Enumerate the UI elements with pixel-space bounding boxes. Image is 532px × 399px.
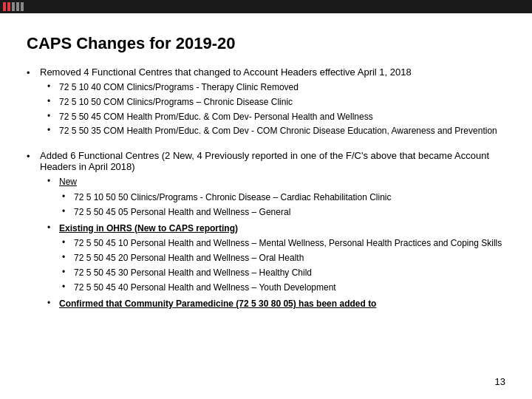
- new-section: • New • 72 5 10 50 50 Clinics/Programs -…: [47, 176, 505, 218]
- list-item: • 72 5 50 45 40 Personal Health and Well…: [62, 282, 505, 294]
- existing-sublist: • 72 5 50 45 10 Personal Health and Well…: [62, 237, 505, 293]
- sub-text: 72 5 10 40 COM Clinics/Programs - Therap…: [59, 81, 299, 94]
- bullet-1-content: Removed 4 Functional Centres that change…: [40, 66, 505, 140]
- sub-sub-text: 72 5 50 45 05 Personal Health and Wellne…: [74, 206, 290, 219]
- sub-sub-bullet: •: [62, 267, 74, 277]
- bullet-2-content: Added 6 Functional Centres (2 New, 4 Pre…: [40, 150, 505, 312]
- stripe-5: [21, 2, 24, 11]
- sub-bullet: •: [47, 222, 59, 233]
- top-bar-stripes: [3, 2, 24, 11]
- list-item: • 72 5 10 50 50 Clinics/Programs - Chron…: [62, 191, 505, 204]
- confirmed-label: Confirmed that Community Paramedicine (7…: [59, 298, 376, 310]
- bullet-1-dot: •: [27, 67, 40, 78]
- confirmed-section: • Confirmed that Community Paramedicine …: [47, 298, 505, 310]
- sub-text: 72 5 50 35 COM Health Prom/Educ. & Com D…: [59, 125, 497, 137]
- stripe-3: [12, 2, 15, 11]
- sub-bullet: •: [47, 96, 59, 106]
- confirmed-header: • Confirmed that Community Paramedicine …: [47, 298, 505, 310]
- bullet-1-sublist: • 72 5 10 40 COM Clinics/Programs - Ther…: [47, 81, 505, 137]
- sub-sub-text: 72 5 50 45 30 Personal Health and Wellne…: [74, 267, 312, 279]
- sub-sub-bullet: •: [62, 252, 74, 262]
- sub-bullet: •: [47, 125, 59, 135]
- sub-text: 72 5 10 50 COM Clinics/Programs – Chroni…: [59, 96, 293, 109]
- sub-sub-text: 72 5 50 45 10 Personal Health and Wellne…: [74, 237, 502, 250]
- top-bar: [0, 0, 532, 13]
- bullet-1-text: Removed 4 Functional Centres that change…: [40, 66, 412, 78]
- sub-sub-text: 72 5 10 50 50 Clinics/Programs - Chronic…: [74, 191, 392, 204]
- new-header: • New: [47, 176, 505, 188]
- list-item: • 72 5 50 45 20 Personal Health and Well…: [62, 252, 505, 265]
- bullet-2-dot: •: [27, 151, 40, 162]
- sub-sub-text: 72 5 50 45 20 Personal Health and Wellne…: [74, 252, 304, 265]
- stripe-2: [7, 2, 10, 11]
- sub-sub-bullet: •: [62, 237, 74, 248]
- list-item: • 72 5 10 50 COM Clinics/Programs – Chro…: [47, 96, 505, 109]
- sub-bullet: •: [47, 176, 59, 186]
- list-item: • 72 5 50 45 10 Personal Health and Well…: [62, 237, 505, 250]
- list-item: • 72 5 50 35 COM Health Prom/Educ. & Com…: [47, 125, 505, 137]
- list-item: • 72 5 10 40 COM Clinics/Programs - Ther…: [47, 81, 505, 94]
- new-sublist: • 72 5 10 50 50 Clinics/Programs - Chron…: [62, 191, 505, 219]
- new-label: New: [59, 176, 77, 188]
- stripe-4: [16, 2, 19, 11]
- page-title: CAPS Changes for 2019-20: [27, 34, 505, 53]
- main-content: CAPS Changes for 2019-20 • Removed 4 Fun…: [0, 13, 532, 337]
- sub-bullet: •: [47, 298, 59, 308]
- sub-sub-bullet: •: [62, 206, 74, 216]
- sub-sub-text: 72 5 50 45 40 Personal Health and Wellne…: [74, 282, 336, 294]
- list-item: • 72 5 50 45 30 Personal Health and Well…: [62, 267, 505, 279]
- bullet-1: • Removed 4 Functional Centres that chan…: [27, 66, 505, 140]
- sub-sub-bullet: •: [62, 191, 74, 202]
- sub-text: 72 5 50 45 COM Health Prom/Educ. & Com D…: [59, 111, 373, 123]
- existing-section: • Existing in OHRS (New to CAPS reportin…: [47, 222, 505, 294]
- sub-bullet: •: [47, 111, 59, 121]
- existing-label: Existing in OHRS (New to CAPS reporting): [59, 222, 238, 235]
- list-item: • 72 5 50 45 05 Personal Health and Well…: [62, 206, 505, 219]
- sub-bullet: •: [47, 81, 59, 92]
- page-number: 13: [495, 376, 505, 387]
- stripe-1: [3, 2, 6, 11]
- bullet-2-text: Added 6 Functional Centres (2 New, 4 Pre…: [40, 150, 489, 172]
- existing-header: • Existing in OHRS (New to CAPS reportin…: [47, 222, 505, 235]
- sub-sub-bullet: •: [62, 282, 74, 292]
- list-item: • 72 5 50 45 COM Health Prom/Educ. & Com…: [47, 111, 505, 123]
- bullet-2: • Added 6 Functional Centres (2 New, 4 P…: [27, 150, 505, 312]
